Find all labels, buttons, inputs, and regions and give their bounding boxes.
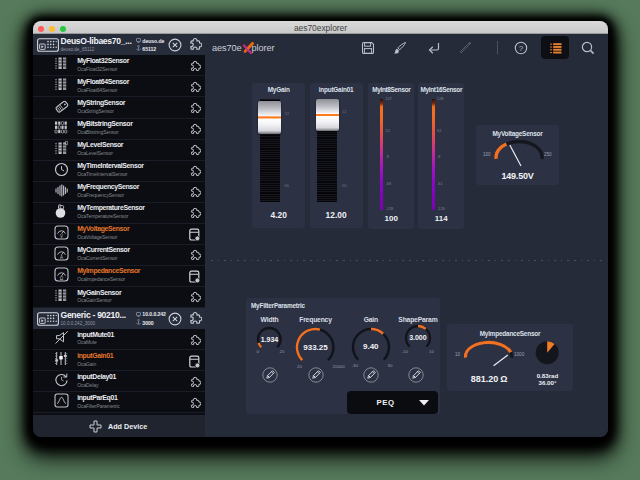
svg-text:V: V [60,233,63,238]
svg-text:?: ? [519,44,524,53]
svg-text:Ω: Ω [60,275,64,280]
svg-text:A: A [60,254,63,259]
